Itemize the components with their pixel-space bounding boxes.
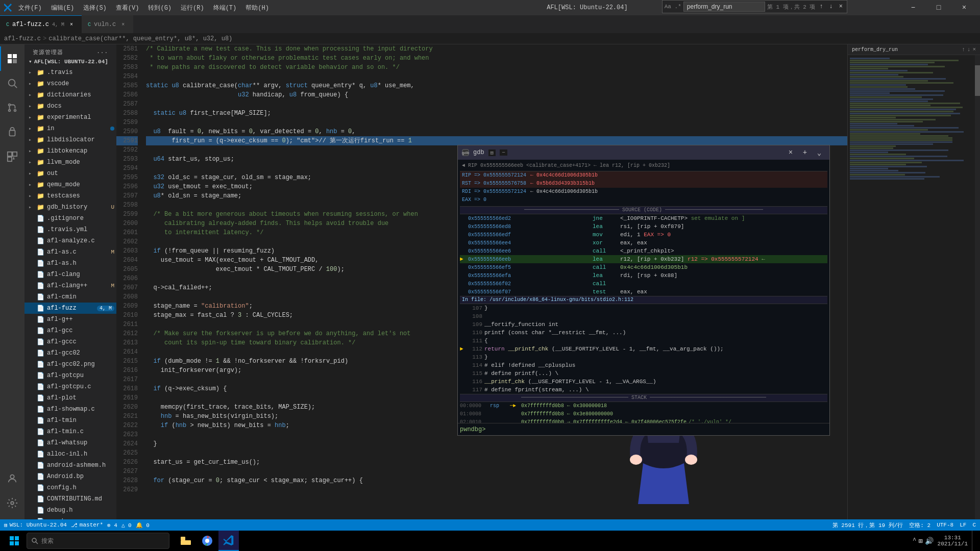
sidebar-item-in[interactable]: ▸📁in: [24, 123, 116, 134]
sidebar-item-libtokencap[interactable]: ▸📁libtokencap: [24, 145, 116, 157]
sidebar-item-gdb_history[interactable]: ▸📁gdb_historyU: [24, 202, 116, 213]
status-branch[interactable]: ⎇ master*: [71, 522, 103, 529]
gdb-collapse-btn[interactable]: ⌄: [813, 147, 825, 158]
gdb-input[interactable]: [487, 426, 827, 433]
right-panel-controls[interactable]: ↑ ↓ ×: [962, 46, 976, 53]
sidebar-item-afl_gcc02_png[interactable]: 📄afl-gcc02.png: [24, 359, 116, 370]
tab-vuln[interactable]: C vuln.c ×: [82, 15, 133, 33]
sidebar-item-config_h[interactable]: 📄config.h: [24, 482, 116, 493]
taskbar-chrome[interactable]: [197, 531, 217, 551]
tab-close-button[interactable]: ×: [67, 20, 76, 29]
menu-terminal[interactable]: 终端(T): [209, 3, 241, 13]
systray-arrow[interactable]: ^: [913, 537, 916, 544]
right-panel-close[interactable]: ×: [972, 46, 976, 53]
sidebar-item-afl_as_c[interactable]: 📄afl-as.cM: [24, 246, 116, 258]
sidebar-item-afl_gotcpu[interactable]: 📄afl-gotcpu: [24, 370, 116, 381]
tab-afl-fuzz[interactable]: C afl-fuzz.c 4, M ×: [0, 15, 82, 33]
taskbar-show-desktop[interactable]: [972, 531, 976, 551]
sidebar-root[interactable]: ▾ AFL[WSL: UBUNTU-22.04]: [24, 58, 116, 67]
status-errors[interactable]: ⊗ 4: [107, 522, 117, 529]
activity-debug[interactable]: [0, 120, 24, 144]
sidebar-item-afl_gcc02[interactable]: 📄afl-gcc02: [24, 347, 116, 359]
activity-search[interactable]: [0, 71, 24, 95]
sidebar-item-vscode[interactable]: ▸📁vscode: [24, 78, 116, 89]
status-warnings[interactable]: △ 0: [121, 522, 132, 529]
sidebar-item-afl_as_h[interactable]: 📄afl-as.h: [24, 258, 116, 269]
status-language[interactable]: C: [972, 522, 976, 528]
sidebar-item-afl_fuzz[interactable]: 📄afl-fuzz4, M: [24, 303, 116, 314]
sidebar-item-afl_cmin[interactable]: 📄afl-cmin: [24, 291, 116, 303]
sidebar-item-testcases[interactable]: ▸📁testcases: [24, 190, 116, 202]
sidebar-item-afl_whatsup[interactable]: 📄afl-whatsup: [24, 437, 116, 448]
right-panel-nav-down[interactable]: ↓: [967, 46, 971, 53]
menu-file[interactable]: 文件(F): [14, 3, 46, 13]
sidebar-item-afl_tmin_c[interactable]: 📄afl-tmin.c: [24, 426, 116, 437]
sidebar-item-android_ashmem_h[interactable]: 📄android-ashmem.h: [24, 460, 116, 471]
restore-button[interactable]: □: [927, 0, 950, 15]
sidebar-item-_travis_yml[interactable]: 📄.travis.yml: [24, 224, 116, 235]
taskbar-search-bar[interactable]: 搜索: [27, 533, 169, 549]
sidebar-item-afl_clang[interactable]: 📄afl-clang: [24, 269, 116, 280]
sidebar-item-_travis[interactable]: ▸📁.travis: [24, 67, 116, 78]
menu-run[interactable]: 运行(R): [177, 3, 208, 13]
right-panel-nav-up[interactable]: ↑: [962, 46, 965, 53]
menu-view[interactable]: 查看(V): [112, 3, 143, 13]
gdb-pin-btn[interactable]: −: [500, 149, 507, 156]
sidebar-item-experimental[interactable]: ▸📁experimental: [24, 112, 116, 123]
menu-edit[interactable]: 编辑(E): [47, 3, 79, 13]
status-wsl[interactable]: ⊞ WSL: Ubuntu-22.04: [4, 522, 67, 529]
sidebar-item-debug_h[interactable]: 📄debug.h: [24, 505, 116, 516]
gdb-expand-btn[interactable]: +: [799, 147, 811, 158]
gdb-close-btn[interactable]: ×: [785, 147, 797, 158]
activity-explorer[interactable]: [0, 46, 24, 71]
scrollbar[interactable]: [975, 55, 980, 519]
sidebar-item-_gitignore[interactable]: 📄.gitignore: [24, 213, 116, 224]
menu-goto[interactable]: 转到(G): [144, 3, 176, 13]
sidebar-item-CONTRIBUTING_md[interactable]: 📄CONTRIBUTING.md: [24, 493, 116, 505]
sidebar-title: 资源管理器: [33, 48, 63, 56]
status-position[interactable]: 第 2591 行，第 19 列/行: [832, 521, 903, 529]
status-encoding[interactable]: UTF-8: [937, 522, 953, 528]
tab-close-button2[interactable]: ×: [119, 20, 127, 29]
titlebar-controls[interactable]: − □ ×: [901, 0, 976, 15]
sidebar-more-button[interactable]: ···: [96, 49, 108, 56]
taskbar-clock[interactable]: 13:31 2021/11/1: [938, 535, 968, 547]
sidebar-item-afl_gccc[interactable]: 📄afl-gccc: [24, 336, 116, 347]
gdb-copy-btn[interactable]: ⊞: [488, 149, 496, 156]
status-spaces[interactable]: 空格: 2: [909, 521, 930, 529]
sidebar-item-afl_g__[interactable]: 📄afl-g++: [24, 314, 116, 325]
sidebar-item-afl_tmin[interactable]: 📄afl-tmin: [24, 415, 116, 426]
activity-accounts[interactable]: [0, 466, 24, 491]
sidebar-item-dictionaries[interactable]: ▸📁dictionaries: [24, 89, 116, 101]
sidebar-item-afl_showmap_c[interactable]: 📄afl-showmap.c: [24, 404, 116, 415]
menu-bar[interactable]: 文件(F) 编辑(E) 选择(S) 查看(V) 转到(G) 运行(R) 终端(T…: [14, 3, 273, 13]
sidebar-item-llvm_mode[interactable]: ▸📁llvm_mode: [24, 157, 116, 168]
gdb-window-controls[interactable]: × + ⌄: [785, 147, 825, 158]
sidebar-item-afl_gcc[interactable]: 📄afl-gcc: [24, 325, 116, 336]
sidebar-item-Android_bp[interactable]: 📄Android.bp: [24, 471, 116, 482]
menu-help[interactable]: 帮助(H): [241, 3, 273, 13]
taskbar-start-button[interactable]: [4, 531, 24, 551]
activity-extensions[interactable]: [0, 144, 24, 169]
minimize-button[interactable]: −: [901, 0, 925, 15]
status-bell[interactable]: 🔔 0: [136, 522, 150, 529]
activity-settings[interactable]: [0, 491, 24, 515]
sidebar-item-graph_png[interactable]: 📄graph.pngU: [24, 516, 116, 519]
sidebar-item-docs[interactable]: ▸📁docs: [24, 101, 116, 112]
menu-select[interactable]: 选择(S): [79, 3, 111, 13]
sidebar-item-qemu_mode[interactable]: ▸📁qemu_mode: [24, 179, 116, 190]
sidebar-item-out[interactable]: ▸📁out: [24, 168, 116, 179]
sidebar-item-afl_analyze_c[interactable]: 📄afl-analyze.c: [24, 235, 116, 246]
taskbar-vscode[interactable]: [218, 531, 239, 551]
sidebar-item-afl_gotcpu_c[interactable]: 📄afl-gotcpu.c: [24, 381, 116, 392]
close-button[interactable]: ×: [952, 0, 976, 15]
sidebar-item-alloc_inl_h[interactable]: 📄alloc-inl.h: [24, 448, 116, 460]
sidebar-item-afl_plot[interactable]: 📄afl-plot: [24, 392, 116, 404]
sidebar-item-libdislocator[interactable]: ▸📁libdislocator: [24, 134, 116, 145]
sidebar-item-afl_clang__[interactable]: 📄afl-clang++M: [24, 280, 116, 291]
gdb-content[interactable]: ◄ RIP 0x555555566eeb <calibrate_case+417…: [458, 160, 829, 423]
taskbar-file-explorer[interactable]: [176, 531, 196, 551]
scrollbar-thumb[interactable]: [975, 65, 980, 96]
status-line-ending[interactable]: LF: [960, 522, 966, 528]
activity-source-control[interactable]: [0, 95, 24, 120]
